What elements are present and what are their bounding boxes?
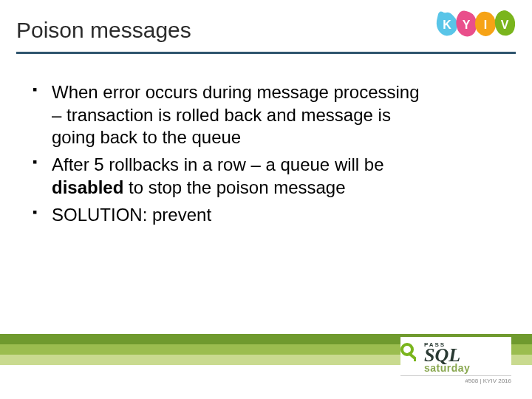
logo-letter-label: K — [443, 18, 451, 32]
svg-rect-2 — [414, 358, 416, 361]
sql-saturday-logo: PASS SQL saturday #508 | KYIV 2016 — [400, 337, 511, 384]
logo-letter-label: I — [484, 18, 487, 32]
header-divider — [16, 52, 516, 54]
slide-body: When error occurs during message process… — [33, 81, 432, 231]
logo-letter-label: V — [501, 18, 509, 32]
bullet-text: to stop the poison message — [123, 177, 345, 197]
kyiv-logo: K Y I V — [439, 10, 516, 37]
key-icon — [400, 343, 420, 364]
sql-label: SQL — [424, 348, 460, 364]
list-item: After 5 rollbacks in a row – a queue wil… — [33, 154, 432, 199]
slide: Poison messages K Y I V When error occur… — [0, 0, 532, 399]
event-tag: #508 | KYIV 2016 — [400, 375, 511, 384]
bullet-text: After 5 rollbacks in a row – a queue wil… — [52, 154, 384, 174]
list-item: When error occurs during message process… — [33, 81, 432, 149]
bullet-list: When error occurs during message process… — [33, 81, 432, 226]
logo-letter-label: Y — [463, 18, 471, 32]
bullet-text: When error occurs during message process… — [52, 82, 420, 147]
logo-letter-v: V — [494, 10, 516, 37]
list-item: SOLUTION: prevent — [33, 204, 432, 227]
page-title: Poison messages — [16, 18, 191, 43]
bullet-text: SOLUTION: prevent — [52, 205, 211, 225]
saturday-label: saturday — [424, 362, 511, 374]
bullet-bold: disabled — [52, 177, 123, 197]
